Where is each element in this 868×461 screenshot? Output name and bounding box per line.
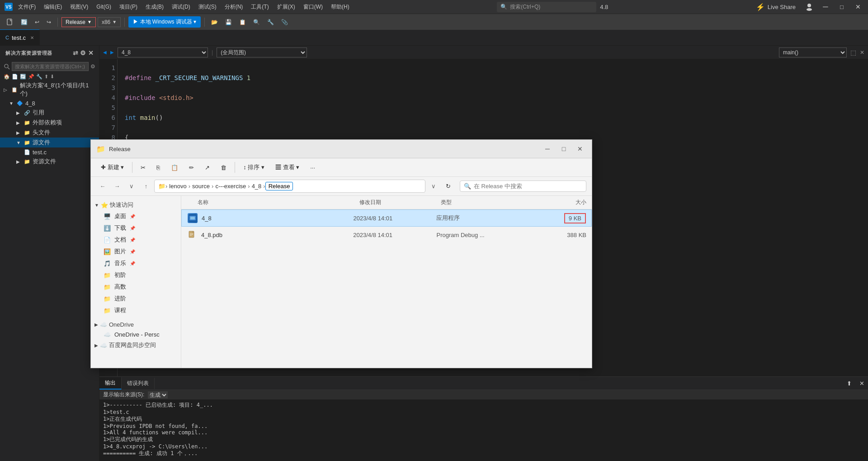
fe-jinjie-item[interactable]: 📁 进阶 [91, 293, 181, 304]
close-button[interactable]: ✕ [852, 0, 864, 13]
menu-window[interactable]: 窗口(W) [300, 1, 326, 13]
fe-documents-item[interactable]: 📄 文档 📌 [91, 234, 181, 246]
fe-file-4_8[interactable]: 4_8 2023/4/8 14:01 应用程序 9 KB [181, 209, 592, 227]
fe-desktop-item[interactable]: 🖥️ 桌面 📌 [91, 210, 181, 222]
fe-quick-access-group[interactable]: ▼ ⭐ 快速访问 [91, 200, 181, 210]
release-dropdown[interactable]: Release ▼ [61, 17, 96, 27]
menu-debug[interactable]: 调试(D) [168, 1, 194, 13]
tree-refs[interactable]: ▶ 🔗 引用 [0, 108, 99, 118]
sidebar-close-icon[interactable]: ✕ [88, 49, 94, 57]
fe-col-date-header[interactable]: 修改日期 [359, 199, 440, 206]
run-debugger-button[interactable]: ▶ 本地 Windows 调试器 ▾ [128, 16, 201, 28]
fe-maximize-button[interactable]: □ [557, 143, 570, 155]
fe-sort-button[interactable]: ↕ 排序 ▾ [239, 161, 269, 174]
fe-gaoshu-item[interactable]: 📁 高数 [91, 281, 181, 293]
fe-chujie-item[interactable]: 📁 初阶 [91, 269, 181, 281]
profile-icon[interactable] [803, 0, 816, 13]
fe-col-size-header[interactable]: 大小 [522, 199, 586, 206]
menu-project[interactable]: 项目(P) [116, 1, 141, 13]
toolbar-btn-7[interactable]: 📎 [278, 17, 291, 27]
fe-close-button[interactable]: ✕ [574, 143, 586, 155]
live-share-button[interactable]: ⚡ Live Share [752, 1, 799, 13]
tree-headers[interactable]: ▶ 📁 头文件 [0, 128, 99, 138]
fe-file-4_8-pdb[interactable]: 4_8.pdb 2023/4/8 14:01 Program Debug ...… [181, 227, 592, 243]
fe-pictures-item[interactable]: 🖼️ 图片 📌 [91, 246, 181, 257]
fe-search-box[interactable]: 🔍 [460, 181, 586, 192]
sidebar-settings-icon[interactable]: ⚙ [80, 49, 86, 57]
tree-external-deps[interactable]: ▶ 📁 外部依赖项 [0, 118, 99, 128]
tree-tool-3[interactable]: 🔄 [20, 74, 26, 80]
tab-output[interactable]: 输出 [99, 377, 122, 390]
fe-kecheng-item[interactable]: 📁 课程 [91, 304, 181, 316]
fe-path-lenovo[interactable]: lenovo [167, 182, 188, 190]
fe-view-button[interactable]: ☰ 查看 ▾ [271, 161, 304, 174]
tree-tool-1[interactable]: 🏠 [4, 74, 10, 80]
tree-source-files[interactable]: ▼ 📁 源文件 [0, 138, 99, 147]
fe-parent-button[interactable]: ↑ [140, 180, 152, 193]
tab-test-c[interactable]: C test.c ✕ [0, 29, 40, 45]
fe-path-4_8[interactable]: 4_8 [250, 182, 264, 190]
fe-address-path[interactable]: 📁 › lenovo › source › c---exercise › 4_8… [154, 180, 425, 193]
tab-close-button[interactable]: ✕ [30, 35, 34, 40]
fe-col-name-header[interactable]: 名称 [187, 199, 359, 206]
save-button[interactable]: 💾 [222, 17, 235, 27]
fe-more-button[interactable]: ··· [306, 162, 320, 173]
maximize-button[interactable]: □ [835, 0, 848, 13]
output-float-icon[interactable]: ⬆ [843, 377, 855, 390]
minimize-button[interactable]: ─ [819, 0, 832, 13]
fe-copy-button[interactable]: ⎘ [152, 162, 165, 173]
tree-tool-4[interactable]: 📌 [28, 74, 34, 80]
fe-delete-button[interactable]: 🗑 [216, 162, 231, 173]
fe-cut-button[interactable]: ✂ [136, 162, 150, 173]
toolbar-btn-6[interactable]: 🔧 [264, 17, 277, 27]
fe-downloads-item[interactable]: ⬇️ 下载 📌 [91, 222, 181, 234]
undo-button[interactable]: ↩ [32, 17, 42, 27]
fe-up-dropdown[interactable]: ∨ [125, 180, 138, 193]
tree-solution[interactable]: ▷ 📋 解决方案'4_8'(1个项目/共1个) [0, 81, 99, 99]
output-source-select[interactable]: 生成 [148, 391, 168, 399]
output-close-icon[interactable]: ✕ [855, 377, 868, 390]
tree-tool-7[interactable]: ⬇ [50, 74, 54, 80]
scope-selector[interactable]: 4_8 [118, 48, 208, 57]
menu-test[interactable]: 测试(S) [195, 1, 220, 13]
fe-path-release[interactable]: Release [265, 182, 293, 190]
scope-detail-selector[interactable]: (全局范围) [217, 48, 307, 57]
menu-edit[interactable]: 编辑(E) [40, 1, 66, 13]
new-file-button[interactable] [4, 17, 16, 28]
tree-test-c[interactable]: 📄 test.c [0, 147, 99, 157]
editor-split-icon[interactable]: ⬚ [850, 49, 856, 56]
nav-forward[interactable]: ▶ [110, 50, 114, 55]
fe-forward-button[interactable]: → [111, 180, 123, 193]
tree-project-4_8[interactable]: ▼ 🔷 4_8 [0, 99, 99, 108]
fe-minimize-button[interactable]: ─ [541, 143, 554, 155]
fe-path-exercise[interactable]: c---exercise [213, 182, 248, 190]
fe-new-button[interactable]: ✚ 新建 ▾ [96, 161, 128, 174]
fe-share-button[interactable]: ↗ [200, 162, 214, 173]
sidebar-search-input[interactable] [12, 62, 89, 71]
menu-tools[interactable]: 工具(T) [247, 1, 272, 13]
tree-tool-5[interactable]: 🔧 [36, 74, 42, 80]
toolbar-btn-5[interactable]: 🔍 [250, 17, 263, 27]
menu-build[interactable]: 生成(B) [142, 1, 167, 13]
menu-extensions[interactable]: 扩展(X) [274, 1, 299, 13]
open-file-button[interactable]: 📂 [208, 17, 221, 27]
fe-baidu-group[interactable]: ▶ ☁️ 百度网盘同步空间 [91, 340, 181, 351]
sidebar-search-options-icon[interactable]: ⚙ [90, 63, 95, 70]
function-selector[interactable]: main() [779, 48, 847, 57]
tree-tool-2[interactable]: 📄 [12, 74, 18, 80]
fe-search-input[interactable] [474, 183, 564, 190]
fe-rename-button[interactable]: ✏ [184, 162, 198, 173]
fe-onedrive-group[interactable]: ▶ ☁️ OneDrive [91, 320, 181, 329]
menu-analyze[interactable]: 分析(N) [221, 1, 247, 13]
fe-onedrive-persc-item[interactable]: ☁️ OneDrive - Persc [91, 329, 181, 340]
menu-git[interactable]: Git(G) [93, 2, 115, 12]
refresh-button[interactable]: 🔄 [18, 17, 30, 27]
fe-refresh-button[interactable]: ↻ [442, 180, 454, 193]
platform-dropdown[interactable]: x86 ▼ [98, 17, 121, 27]
fe-address-dropdown[interactable]: ∨ [427, 180, 440, 193]
fe-paste-button[interactable]: 📋 [166, 162, 183, 173]
fe-col-type-header[interactable]: 类型 [441, 199, 522, 206]
toolbar-btn-4[interactable]: 📋 [236, 17, 249, 27]
fe-back-button[interactable]: ← [96, 180, 109, 193]
menu-file[interactable]: 文件(F) [14, 1, 39, 13]
